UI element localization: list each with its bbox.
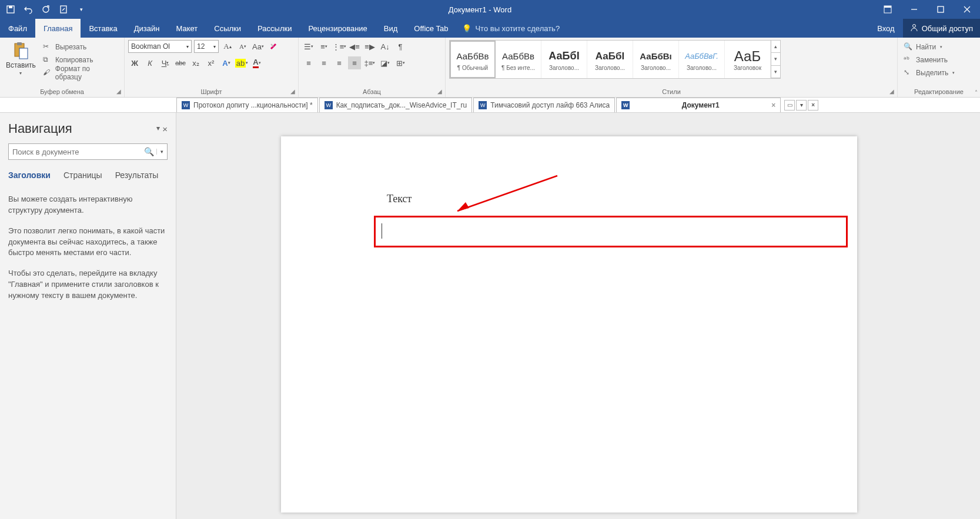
new-tab-button[interactable]: ▭ xyxy=(784,100,795,111)
strikethrough-button[interactable]: abc xyxy=(174,56,187,69)
tell-me-box[interactable]: 💡 Что вы хотите сделать? xyxy=(456,24,560,33)
doc-tab-4[interactable]: WДокумент1× xyxy=(616,98,781,112)
replace-button[interactable]: ᵃᵇЗаменить xyxy=(901,54,957,66)
search-icon[interactable]: 🔍 xyxy=(144,147,154,156)
superscript-button[interactable]: x² xyxy=(205,56,218,69)
style-heading1[interactable]: АаБбІЗаголово... xyxy=(541,41,587,78)
nav-search-box[interactable]: 🔍 ▾ xyxy=(8,143,168,160)
align-left-button[interactable]: ≡ xyxy=(302,56,315,69)
nav-empty-message: Вы можете создать интерактивную структур… xyxy=(8,194,168,311)
align-right-button[interactable]: ≡ xyxy=(333,56,346,69)
sort-button[interactable]: A↓ xyxy=(379,40,392,53)
doc-tab-2[interactable]: WКак_подписать_док..._WiseAdvice_IT_ru xyxy=(319,98,473,112)
bullets-button[interactable]: ☰▾ xyxy=(302,40,315,53)
styles-dialog-launcher[interactable]: ◢ xyxy=(888,87,896,95)
nav-tab-results[interactable]: Результаты xyxy=(115,170,159,180)
format-painter-button[interactable]: 🖌Формат по образцу xyxy=(41,67,121,79)
nav-search-input[interactable] xyxy=(12,148,144,156)
style-normal[interactable]: АаБбВв¶ Обычный xyxy=(450,41,496,78)
multilevel-button[interactable]: ⋮≡▾ xyxy=(333,40,346,53)
close-button[interactable] xyxy=(954,0,980,19)
style-title[interactable]: АаБЗаголовок xyxy=(725,41,771,78)
gallery-up[interactable]: ▴ xyxy=(771,41,780,53)
font-size-combo[interactable]: 12▾ xyxy=(194,40,219,53)
ribbon-options-icon[interactable] xyxy=(874,0,901,19)
svg-rect-13 xyxy=(19,48,28,59)
justify-button[interactable]: ≡ xyxy=(348,56,361,69)
qat-dropdown-icon[interactable]: ▾ xyxy=(76,5,86,14)
tab-view[interactable]: Вид xyxy=(376,19,406,38)
tab-file[interactable]: Файл xyxy=(0,19,35,38)
tab-close-all-button[interactable]: × xyxy=(808,100,818,111)
signin-button[interactable]: Вход xyxy=(869,19,902,38)
tab-references[interactable]: Ссылки xyxy=(206,19,249,38)
doc-tab-1[interactable]: WПротокол допиту ...кциональности] * xyxy=(176,98,318,112)
style-no-spacing[interactable]: АаБбВв¶ Без инте... xyxy=(496,41,541,78)
gallery-down[interactable]: ▾ xyxy=(771,53,780,65)
change-case-button[interactable]: Aa▾ xyxy=(252,40,265,53)
maximize-button[interactable] xyxy=(927,0,954,19)
decrease-indent-button[interactable]: ◀≡ xyxy=(348,40,361,53)
nav-tab-headings[interactable]: Заголовки xyxy=(8,170,51,180)
close-tab-icon[interactable]: × xyxy=(771,101,775,109)
paste-button[interactable]: Вставить ▾ xyxy=(4,40,38,77)
doc-tab-3[interactable]: WТимчасовий доступ лайф 663 Алиса xyxy=(473,98,615,112)
tab-home[interactable]: Главная xyxy=(35,19,81,38)
grow-font-button[interactable]: A▴ xyxy=(221,40,234,53)
subscript-button[interactable]: x₂ xyxy=(189,56,202,69)
nav-dropdown-icon[interactable]: ▾ xyxy=(156,124,160,134)
italic-button[interactable]: К xyxy=(143,56,156,69)
cut-button[interactable]: ✂Вырезать xyxy=(41,41,121,53)
select-button[interactable]: ⤡Выделить▾ xyxy=(901,67,957,79)
styles-gallery[interactable]: АаБбВв¶ Обычный АаБбВв¶ Без инте... АаБб… xyxy=(449,40,781,79)
increase-indent-button[interactable]: ≡▶ xyxy=(363,40,376,53)
shading-button[interactable]: ◪▾ xyxy=(379,56,392,69)
share-button[interactable]: Общий доступ xyxy=(903,19,980,38)
nav-close-icon[interactable]: × xyxy=(162,124,168,134)
svg-rect-7 xyxy=(938,6,944,12)
collapse-ribbon-icon[interactable]: ˄ xyxy=(975,89,978,96)
style-heading4[interactable]: АаБбВвГ.Заголово... xyxy=(679,41,725,78)
show-marks-button[interactable]: ¶ xyxy=(394,40,407,53)
redo-icon[interactable] xyxy=(41,5,51,14)
gallery-more[interactable]: ▾ xyxy=(771,66,780,78)
clear-format-button[interactable] xyxy=(267,40,280,53)
document-canvas[interactable]: Текст xyxy=(176,113,980,519)
tab-office-tab[interactable]: Office Tab xyxy=(406,19,456,38)
touch-mode-icon[interactable] xyxy=(59,5,68,14)
align-center-button[interactable]: ≡ xyxy=(317,56,330,69)
save-icon[interactable] xyxy=(6,5,15,14)
font-dialog-launcher[interactable]: ◢ xyxy=(289,87,297,95)
underline-button[interactable]: Ч▾ xyxy=(159,56,172,69)
tab-insert[interactable]: Вставка xyxy=(81,19,125,38)
highlight-button[interactable]: ab▾ xyxy=(235,56,248,69)
window-title: Документ1 - Word xyxy=(86,5,874,14)
nav-tab-pages[interactable]: Страницы xyxy=(63,170,102,180)
clipboard-dialog-launcher[interactable]: ◢ xyxy=(115,87,123,95)
paste-icon xyxy=(11,41,30,60)
paragraph-dialog-launcher[interactable]: ◢ xyxy=(436,87,444,95)
tab-layout[interactable]: Макет xyxy=(168,19,206,38)
style-heading3[interactable]: АаБбВıЗаголово... xyxy=(633,41,679,78)
page[interactable]: Текст xyxy=(281,136,857,513)
borders-button[interactable]: ⊞▾ xyxy=(394,56,407,69)
tab-mailings[interactable]: Рассылки xyxy=(249,19,300,38)
font-name-combo[interactable]: Bookman Ol▾ xyxy=(128,40,192,53)
line-spacing-button[interactable]: ‡≡▾ xyxy=(363,56,376,69)
style-heading2[interactable]: АаБбІЗаголово... xyxy=(587,41,633,78)
tab-review[interactable]: Рецензирование xyxy=(300,19,375,38)
minimize-button[interactable] xyxy=(901,0,927,19)
svg-point-2 xyxy=(43,6,49,12)
find-button[interactable]: 🔍Найти▾ xyxy=(901,41,957,53)
bold-button[interactable]: Ж xyxy=(128,56,141,69)
tab-design[interactable]: Дизайн xyxy=(126,19,168,38)
annotation-arrow-icon xyxy=(446,173,563,220)
text-effects-button[interactable]: A▾ xyxy=(220,56,233,69)
copy-button[interactable]: ⧉Копировать xyxy=(41,54,121,66)
tab-dropdown-button[interactable]: ▾ xyxy=(796,100,807,111)
numbering-button[interactable]: ≡▾ xyxy=(317,40,330,53)
search-dropdown-icon[interactable]: ▾ xyxy=(156,149,163,155)
shrink-font-button[interactable]: A▾ xyxy=(236,40,249,53)
font-color-button[interactable]: A▾ xyxy=(250,56,263,69)
undo-icon[interactable] xyxy=(24,5,33,14)
